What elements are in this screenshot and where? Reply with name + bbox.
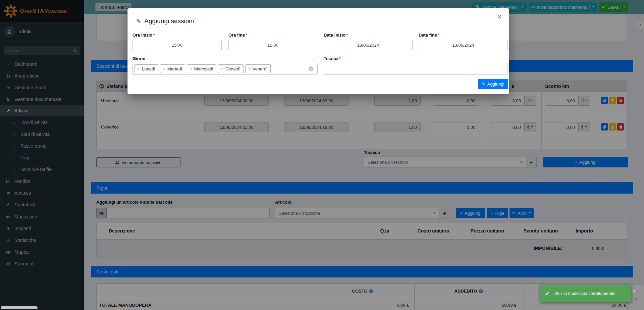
data-fine-label: Data fine* — [419, 33, 439, 38]
remove-tag-icon[interactable]: × — [221, 66, 223, 71]
remove-tag-icon[interactable]: × — [190, 66, 192, 71]
pencil-icon: ✎ — [136, 18, 141, 25]
data-fine-input[interactable] — [419, 40, 508, 50]
required-star: * — [153, 33, 155, 38]
required-star: * — [339, 56, 341, 61]
required-star: * — [438, 33, 439, 38]
required-star: * — [246, 33, 247, 38]
ora-fine-label: Ora fine* — [228, 33, 247, 38]
giorni-tag: ×Giovedì — [218, 64, 244, 73]
giorni-tag: ×Mercoledì — [187, 64, 216, 73]
remove-tag-icon[interactable]: × — [163, 66, 165, 71]
tecnici-multiselect[interactable] — [324, 63, 508, 75]
check-icon: ✔ — [545, 290, 550, 298]
giorni-tag: ×Martedì — [160, 64, 185, 73]
add-sessions-modal: ✎ Aggiungi sessioni × Ora inizio* Ora fi… — [127, 8, 509, 94]
toast-close-icon[interactable]: ✕ — [632, 289, 636, 295]
giorni-tag: ×Lunedì — [135, 64, 158, 73]
modal-submit-button[interactable]: ✎ Aggiungi — [478, 79, 508, 89]
data-inizio-label: Data inizio* — [324, 33, 348, 38]
app-screen: OSM OpenSTAManager ® admin ◔Dashboard An… — [0, 0, 644, 310]
giorni-multiselect[interactable]: ×Lunedì ×Martedì ×Mercoledì ×Giovedì ×Ve… — [132, 63, 318, 75]
modal-close-button[interactable]: × — [497, 12, 501, 21]
clear-all-icon[interactable]: × — [309, 66, 313, 71]
modal-header-divider — [128, 27, 509, 27]
ora-fine-input[interactable] — [228, 40, 317, 50]
giorni-label: Giorni — [132, 56, 145, 61]
ora-inizio-label: Ora inizio* — [132, 33, 155, 38]
remove-tag-icon[interactable]: × — [138, 66, 140, 71]
required-star: * — [346, 33, 348, 38]
modal-title: ✎ Aggiungi sessioni — [136, 17, 194, 25]
giorni-tag: ×Venerdì — [245, 64, 271, 73]
edit-icon: ✎ — [482, 82, 485, 86]
horizontal-scrollbar-thumb[interactable] — [1, 306, 38, 309]
success-toast[interactable]: ✔ Attività modificata correttamente! — [540, 285, 631, 302]
toast-message: Attività modificata correttamente! — [554, 291, 615, 296]
remove-tag-icon[interactable]: × — [248, 66, 251, 71]
tecnici-label: Tecnici* — [324, 56, 341, 61]
data-inizio-input[interactable] — [324, 40, 413, 50]
ora-inizio-input[interactable] — [132, 40, 222, 50]
